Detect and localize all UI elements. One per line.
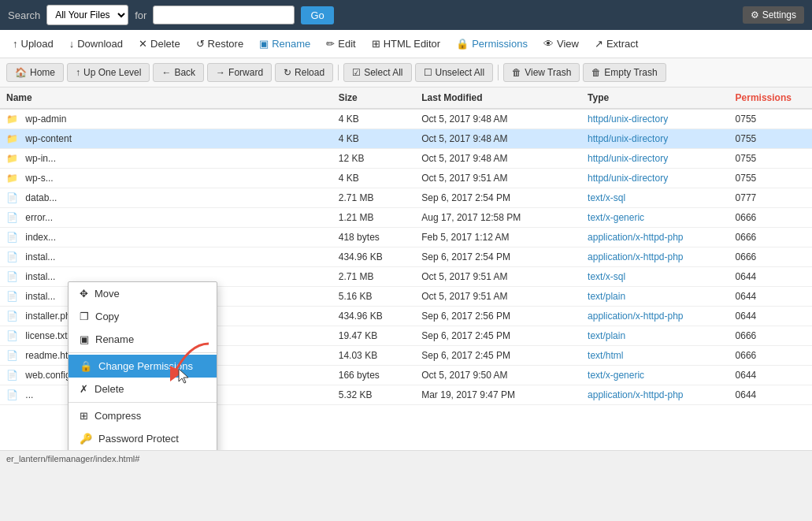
view-trash-button[interactable]: 🗑 View Trash: [503, 63, 580, 82]
file-name: datab...: [25, 192, 57, 203]
up-one-level-button[interactable]: ↑ Up One Level: [67, 63, 150, 82]
file-icon: 📄: [6, 232, 18, 243]
download-button[interactable]: ↓ Download: [63, 35, 129, 53]
html-editor-icon: ⊞: [372, 38, 380, 50]
cell-modified: Oct 5, 2017 9:48 AM: [415, 129, 581, 149]
cell-type: application/x-httpd-php: [581, 307, 729, 326]
upload-button[interactable]: ↑ Upload: [6, 35, 60, 53]
cell-modified: Oct 5, 2017 9:51 AM: [415, 287, 581, 307]
back-button[interactable]: ← Back: [153, 63, 204, 82]
cell-type: httpd/unix-directory: [581, 169, 729, 188]
download-icon: ↓: [69, 38, 75, 50]
permissions-button[interactable]: 🔒 Permissions: [450, 35, 534, 53]
cell-permissions: 0666: [729, 326, 812, 346]
search-input[interactable]: [153, 6, 295, 24]
context-menu-item[interactable]: ✥ Move: [69, 282, 217, 305]
html-editor-button[interactable]: ⊞ HTML Editor: [365, 35, 447, 53]
cell-size: 434.96 KB: [332, 247, 415, 267]
col-type[interactable]: Type: [581, 87, 729, 109]
context-menu-item[interactable]: ⊞ Compress: [69, 404, 217, 427]
cell-size: 2.71 MB: [332, 267, 415, 287]
cell-type: httpd/unix-directory: [581, 149, 729, 169]
context-menu-item-label: Change Permissions: [98, 360, 193, 372]
cell-name: 📄 instal...: [0, 247, 332, 267]
cell-type: httpd/unix-directory: [581, 129, 729, 149]
file-name: wp-admin: [25, 114, 66, 125]
table-row[interactable]: 📄 error... 1.21 MB Aug 17, 2017 12:58 PM…: [0, 208, 812, 228]
col-permissions[interactable]: Permissions: [729, 87, 812, 109]
cell-permissions: 0644: [729, 307, 812, 326]
back-icon: ←: [161, 67, 171, 78]
cell-permissions: 0644: [729, 366, 812, 385]
rename-button[interactable]: ▣ Rename: [253, 35, 317, 53]
view-button[interactable]: 👁 View: [537, 35, 585, 53]
cell-size: 12 KB: [332, 149, 415, 169]
cell-modified: Aug 17, 2017 12:58 PM: [415, 208, 581, 228]
forward-icon: →: [216, 67, 225, 78]
upload-icon: ↑: [13, 38, 18, 50]
settings-button[interactable]: ⚙ Settings: [743, 6, 804, 24]
cell-size: 434.96 KB: [332, 307, 415, 326]
context-menu-item-label: Compress: [95, 410, 141, 422]
col-name[interactable]: Name: [0, 87, 332, 109]
extract-button[interactable]: ↗ Extract: [588, 35, 644, 53]
context-menu-item[interactable]: ❐ Copy: [69, 305, 217, 328]
empty-trash-button[interactable]: 🗑 Empty Trash: [583, 63, 666, 82]
status-url: er_lantern/filemanager/index.html#: [6, 454, 139, 463]
nav-separator-1: [338, 65, 339, 80]
context-menu-item-icon: ✥: [80, 288, 88, 300]
cell-type: application/x-httpd-php: [581, 228, 729, 247]
delete-icon: ✕: [139, 38, 147, 50]
context-menu-item-label: Password Protect: [98, 433, 179, 445]
file-icon: 📄: [6, 192, 18, 203]
restore-button[interactable]: ↺ Restore: [190, 35, 250, 53]
edit-button[interactable]: ✏ Edit: [320, 35, 362, 53]
context-menu-item[interactable]: 🔑 Password Protect: [69, 427, 217, 450]
col-size[interactable]: Size: [332, 87, 415, 109]
context-menu-item[interactable]: ✗ Delete: [69, 378, 217, 400]
cell-modified: Sep 6, 2017 2:45 PM: [415, 326, 581, 346]
cell-type: text/plain: [581, 287, 729, 307]
context-menu-item[interactable]: 🔒 Change Permissions: [69, 355, 217, 378]
cell-name: 📁 wp-admin: [0, 109, 332, 129]
cell-size: 5.16 KB: [332, 287, 415, 307]
table-row[interactable]: 📄 datab... 2.71 MB Sep 6, 2017 2:54 PM t…: [0, 188, 812, 208]
table-row[interactable]: 📁 wp-s... 4 KB Oct 5, 2017 9:51 AM httpd…: [0, 169, 812, 188]
unselect-all-button[interactable]: ☐ Unselect All: [415, 63, 494, 82]
home-button[interactable]: 🏠 Home: [6, 63, 64, 82]
reload-button[interactable]: ↻ Reload: [275, 63, 333, 82]
context-menu-item-icon: 🔑: [80, 433, 92, 445]
cell-size: 14.03 KB: [332, 346, 415, 366]
context-menu-item[interactable]: ▣ Rename: [69, 328, 217, 351]
table-row[interactable]: 📁 wp-admin 4 KB Oct 5, 2017 9:48 AM http…: [0, 109, 812, 129]
table-row[interactable]: 📄 instal... 434.96 KB Sep 6, 2017 2:54 P…: [0, 247, 812, 267]
cell-size: 1.21 MB: [332, 208, 415, 228]
search-scope-select[interactable]: All Your Files: [46, 5, 128, 25]
table-row[interactable]: 📁 wp-in... 12 KB Oct 5, 2017 9:48 AM htt…: [0, 149, 812, 169]
cell-type: text/html: [581, 346, 729, 366]
col-modified[interactable]: Last Modified: [415, 87, 581, 109]
delete-button[interactable]: ✕ Delete: [132, 35, 187, 53]
context-menu-item-icon: ✗: [80, 383, 88, 395]
nav-bar: 🏠 Home ↑ Up One Level ← Back → Forward ↻…: [0, 58, 812, 87]
cell-modified: Oct 5, 2017 9:51 AM: [415, 267, 581, 287]
context-menu-separator: [69, 352, 217, 353]
forward-button[interactable]: → Forward: [207, 63, 272, 82]
rename-icon: ▣: [259, 38, 269, 50]
table-row[interactable]: 📄 index... 418 bytes Feb 5, 2017 1:12 AM…: [0, 228, 812, 247]
file-icon: 📄: [6, 251, 18, 262]
file-icon: 📄: [6, 212, 18, 223]
cell-type: application/x-httpd-php: [581, 247, 729, 267]
cell-name: 📄 error...: [0, 208, 332, 228]
edit-icon: ✏: [326, 38, 335, 50]
toolbar: ↑ Upload ↓ Download ✕ Delete ↺ Restore ▣…: [0, 30, 812, 58]
file-name: error...: [25, 212, 53, 223]
go-button[interactable]: Go: [301, 6, 333, 24]
cell-modified: Mar 19, 2017 9:47 PM: [415, 385, 581, 405]
cell-name: 📁 wp-s...: [0, 169, 332, 188]
cell-type: text/x-sql: [581, 267, 729, 287]
uncheck-icon: ☐: [424, 67, 432, 78]
cell-modified: Sep 6, 2017 2:56 PM: [415, 307, 581, 326]
select-all-button[interactable]: ☑ Select All: [343, 63, 411, 82]
table-row[interactable]: 📁 wp-content 4 KB Oct 5, 2017 9:48 AM ht…: [0, 129, 812, 149]
